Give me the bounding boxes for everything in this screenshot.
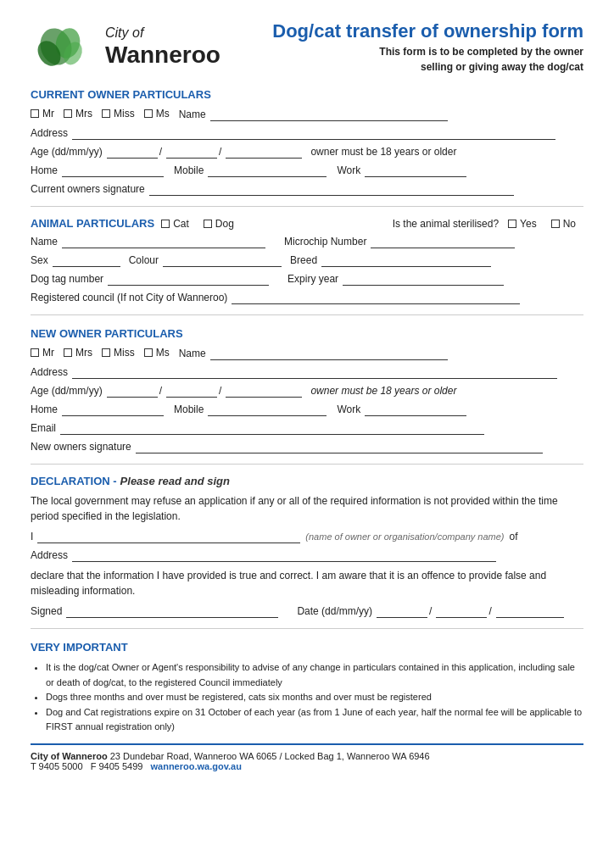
current-owner-contact-row: Home Mobile Work xyxy=(31,164,583,177)
declaration-of-label: of xyxy=(510,531,518,542)
age-slash1: / xyxy=(159,146,162,158)
current-owner-address-input[interactable] xyxy=(72,127,555,140)
animal-no-group: No xyxy=(551,218,578,230)
animal-name-input[interactable] xyxy=(62,236,265,248)
declaration-signed-input[interactable] xyxy=(66,605,278,618)
current-owner-name-input[interactable] xyxy=(210,108,448,121)
declaration-para1: The local government may refuse an appli… xyxy=(31,493,583,524)
current-owner-age-label: Age (dd/mm/yy) xyxy=(31,146,103,158)
new-owner-home-label: Home xyxy=(31,403,58,415)
list-item: Dog and Cat registrations expire on 31 O… xyxy=(46,705,583,735)
declaration-title-row: DECLARATION - Please read and sign xyxy=(31,475,583,487)
animal-colour-label: Colour xyxy=(129,254,159,266)
current-owner-sig-input[interactable] xyxy=(149,183,514,196)
current-owner-ms-group: Ms xyxy=(144,108,172,120)
divider-1 xyxy=(31,206,583,207)
logo-text: City of Wanneroo xyxy=(105,25,220,70)
new-owner-ms-group: Ms xyxy=(144,347,172,359)
animal-dogtag-row: Dog tag number Expiry year xyxy=(31,273,583,286)
form-subtitle-line1: This form is to be completed by the owne… xyxy=(272,46,583,58)
animal-colour-input[interactable] xyxy=(163,254,282,267)
animal-microchip-input[interactable] xyxy=(371,236,515,248)
current-owner-name-label: Name xyxy=(179,108,206,120)
animal-section-header-row: ANIMAL PARTICULARS Cat Dog Is the animal… xyxy=(31,217,583,230)
animal-dog-label: Dog xyxy=(215,218,234,230)
declaration-date-label: Date (dd/mm/yy) xyxy=(297,605,372,617)
footer-phone: T 9405 5000 xyxy=(31,761,83,771)
animal-sex-input[interactable] xyxy=(53,254,120,267)
new-owner-title-row: Mr Mrs Miss Ms Name xyxy=(31,347,583,360)
new-owner-age-dd-input[interactable] xyxy=(107,385,158,398)
footer-web[interactable]: wanneroo.wa.gov.au xyxy=(150,761,241,771)
current-owner-mr-group: Mr xyxy=(31,108,57,120)
declaration-address-input[interactable] xyxy=(72,549,496,562)
animal-breed-input[interactable] xyxy=(321,254,491,267)
current-owner-miss-group: Miss xyxy=(102,108,137,120)
declaration-date-yy-input[interactable] xyxy=(496,605,564,618)
city-of-label: City of xyxy=(105,25,220,41)
animal-no-box xyxy=(551,220,560,228)
footer-org: City of Wanneroo xyxy=(31,751,108,761)
new-owner-email-input[interactable] xyxy=(60,422,484,435)
new-owner-mobile-input[interactable] xyxy=(208,403,327,416)
current-owner-address-label: Address xyxy=(31,127,68,139)
declaration-signed-label: Signed xyxy=(31,605,62,617)
animal-council-row: Registered council (If not City of Wanne… xyxy=(31,292,583,304)
animal-breed-label: Breed xyxy=(290,254,317,266)
date-slash1: / xyxy=(429,605,432,617)
new-owner-age-suffix: owner must be 18 years or older xyxy=(310,385,456,397)
current-owner-mrs-group: Mrs xyxy=(64,108,95,120)
new-owner-section-title: NEW OWNER PARTICULARS xyxy=(31,327,583,340)
new-owner-home-input[interactable] xyxy=(62,403,164,416)
current-owner-work-label: Work xyxy=(337,164,360,176)
new-owner-age-yy-input[interactable] xyxy=(226,385,302,398)
new-owner-mrs-label: Mrs xyxy=(75,347,92,359)
animal-cat-label: Cat xyxy=(173,218,189,230)
new-owner-miss-label: Miss xyxy=(114,347,135,359)
new-owner-mrs-group: Mrs xyxy=(64,347,95,359)
declaration-section-title: DECLARATION - xyxy=(31,475,117,487)
new-age-slash1: / xyxy=(159,385,162,397)
animal-cat-box xyxy=(161,220,170,228)
declaration-date-dd-input[interactable] xyxy=(377,605,427,618)
current-owner-mobile-input[interactable] xyxy=(208,164,327,177)
footer-fax: F 9405 5499 xyxy=(91,761,143,771)
current-owner-age-yy-input[interactable] xyxy=(226,146,302,159)
animal-dogtag-input[interactable] xyxy=(108,273,269,286)
list-item: Dogs three months and over must be regis… xyxy=(46,690,583,705)
declaration-i-input[interactable] xyxy=(37,531,300,543)
date-slash2: / xyxy=(488,605,491,617)
animal-council-input[interactable] xyxy=(232,292,520,304)
new-owner-name-label: Name xyxy=(179,348,206,359)
animal-expiry-input[interactable] xyxy=(343,273,504,286)
animal-council-label: Registered council (If not City of Wanne… xyxy=(31,292,227,303)
new-owner-work-input[interactable] xyxy=(365,403,466,416)
animal-yes-box xyxy=(508,220,516,228)
declaration-date-mm-input[interactable] xyxy=(436,605,487,618)
animal-sterilised-label: Is the animal sterilised? xyxy=(393,218,499,230)
new-owner-mr-group: Mr xyxy=(31,347,57,359)
animal-cat-group: Cat xyxy=(161,218,192,230)
age-slash2: / xyxy=(219,146,221,158)
current-owner-mr-box xyxy=(31,109,39,118)
current-owner-age-mm-input[interactable] xyxy=(166,146,217,159)
animal-dog-group: Dog xyxy=(204,218,237,230)
declaration-address-label: Address xyxy=(31,549,68,561)
new-owner-address-row: Address xyxy=(31,366,583,379)
new-owner-sig-input[interactable] xyxy=(136,441,543,453)
new-owner-name-input[interactable] xyxy=(210,348,448,360)
new-owner-address-input[interactable] xyxy=(72,366,557,379)
new-owner-miss-group: Miss xyxy=(102,347,137,359)
divider-2 xyxy=(31,314,583,315)
new-age-slash2: / xyxy=(219,385,221,397)
animal-no-label: No xyxy=(563,218,576,230)
current-owner-work-input[interactable] xyxy=(365,164,466,177)
current-owner-sig-row: Current owners signature xyxy=(31,183,583,196)
new-owner-sig-row: New owners signature xyxy=(31,441,583,453)
current-owner-age-dd-input[interactable] xyxy=(107,146,158,159)
new-owner-age-mm-input[interactable] xyxy=(166,385,217,398)
list-item: It is the dog/cat Owner or Agent's respo… xyxy=(46,660,583,690)
current-owner-title-row: Mr Mrs Miss Ms Name xyxy=(31,108,583,121)
current-owner-home-input[interactable] xyxy=(62,164,164,177)
animal-name-row: Name Microchip Number xyxy=(31,236,583,248)
